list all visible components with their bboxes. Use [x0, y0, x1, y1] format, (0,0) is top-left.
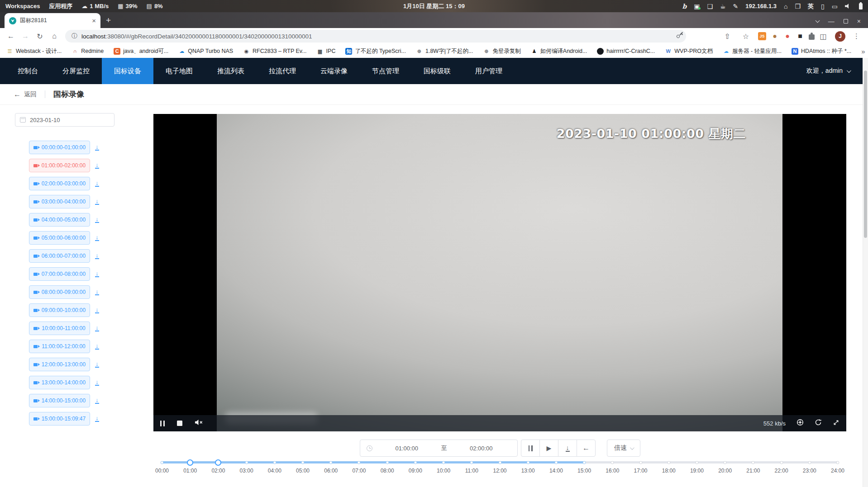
cpu-usage-indicator[interactable]: ▦ 39%	[118, 3, 137, 9]
phone-link-icon[interactable]: ▯	[821, 3, 825, 10]
segment-button[interactable]: 04:00:00-05:00:00	[29, 213, 90, 227]
window-chevron-icon[interactable]	[815, 18, 820, 23]
extension-dark-icon[interactable]: ■	[796, 32, 804, 40]
bookmark-webstack[interactable]: ☰ Webstack - 设计...	[6, 47, 62, 55]
bookmark-ipc-folder[interactable]: ▆ IPC	[317, 48, 336, 55]
segment-button[interactable]: 03:00:00-04:00:00	[29, 195, 90, 208]
clock-label[interactable]: 1月10日 星期二 15：09	[403, 2, 465, 10]
segment-button[interactable]: 08:00:00-09:00:00	[29, 285, 90, 299]
video-surface[interactable]	[217, 114, 782, 431]
timeline-handle[interactable]	[215, 459, 221, 466]
clipboard-icon[interactable]: ❑	[707, 3, 713, 10]
new-tab-button[interactable]: +	[106, 15, 111, 25]
bookmark-copy-free[interactable]: ⊕ 免登录复制	[483, 47, 521, 55]
download-icon[interactable]: ↓	[95, 307, 99, 313]
refresh-icon[interactable]	[815, 419, 822, 428]
download-icon[interactable]: ↓	[95, 289, 99, 295]
bookmark-redmine[interactable]: ∩ Redmine	[72, 48, 104, 55]
start-time-field[interactable]: 01:00:00	[372, 445, 441, 452]
site-info-icon[interactable]: ⓘ	[72, 32, 77, 40]
download-icon[interactable]: ↓	[95, 397, 99, 404]
extension-js-icon[interactable]: JS	[758, 32, 766, 40]
nav-item[interactable]: 分屏监控	[50, 58, 102, 84]
nav-item[interactable]: 云端录像	[308, 58, 360, 84]
nav-item[interactable]: 电子地图	[153, 58, 205, 84]
snapshot-icon[interactable]	[796, 419, 804, 428]
bookmark-hdatmos[interactable]: N HDAtmos :: 种子 *...	[792, 47, 851, 55]
segment-button[interactable]: 10:00:00-11:00:00	[29, 322, 90, 335]
back-icon[interactable]: ←	[5, 32, 17, 40]
battery-icon[interactable]	[859, 3, 863, 9]
download-button[interactable]: ↓	[558, 440, 577, 457]
segment-button[interactable]: 14:00:00-15:00:00	[29, 394, 90, 407]
address-bar[interactable]: ⓘ localhost:38080/#/gbRecordDetail/34020…	[65, 30, 686, 43]
bookmark-typescript-article[interactable]: ⊕ 1.8W字|了不起的...	[416, 47, 473, 55]
user-menu[interactable]: 欢迎，admin	[806, 58, 868, 84]
download-icon[interactable]: ↓	[95, 235, 99, 241]
bookmark-android-build[interactable]: ♟ 如何编译Android...	[531, 47, 587, 55]
extension-cookie-icon[interactable]: ●	[771, 32, 779, 40]
timeline-handle[interactable]	[187, 459, 193, 466]
bookmarks-overflow-icon[interactable]: »	[861, 47, 868, 55]
network-rate-indicator[interactable]: ☁ 1 MB/s	[81, 3, 109, 9]
display-icon[interactable]: ▭	[832, 3, 838, 10]
bookmark-github-crash[interactable]: hairrrrr/C-CrashC...	[597, 48, 655, 55]
download-icon[interactable]: ↓	[95, 379, 99, 386]
stop-icon[interactable]	[177, 421, 182, 426]
forward-icon[interactable]: →	[19, 32, 32, 40]
download-icon[interactable]: ↓	[95, 217, 99, 223]
home-icon[interactable]: ⌂	[784, 3, 787, 10]
segment-button[interactable]: 15:00:00-15:09:47	[29, 412, 90, 426]
segment-button[interactable]: 11:00:00-12:00:00	[29, 340, 90, 353]
input-method-indicator[interactable]: 英	[808, 2, 814, 10]
window-minimize-icon[interactable]: —	[828, 18, 835, 24]
bookmark-zhihu[interactable]: 知 了不起的 TypeScri...	[345, 47, 406, 55]
share-icon[interactable]: ⇧	[721, 32, 734, 41]
nav-item[interactable]: 推流列表	[205, 58, 257, 84]
bookmark-rfc2833[interactable]: ◉ RFC2833 – RTP Ev...	[243, 48, 307, 55]
page-scrollbar[interactable]	[863, 58, 868, 487]
profile-avatar[interactable]: J	[835, 31, 845, 42]
segment-button[interactable]: 05:00:00-06:00:00	[29, 231, 90, 245]
window-restore-icon[interactable]	[844, 19, 848, 24]
nav-item[interactable]: 节点管理	[360, 58, 411, 84]
download-icon[interactable]: ↓	[95, 416, 99, 422]
password-key-icon[interactable]	[676, 34, 681, 38]
fullscreen-icon[interactable]	[833, 419, 839, 428]
download-icon[interactable]: ↓	[95, 361, 99, 368]
pause-icon[interactable]	[160, 421, 165, 426]
screenshot-tool-icon[interactable]: ▣	[694, 3, 700, 10]
playback-speed-button[interactable]: 倍速	[607, 440, 640, 457]
segment-button[interactable]: 01:00:00-02:00:00	[29, 159, 90, 172]
workspaces-button[interactable]: Workspaces	[5, 3, 40, 9]
download-icon[interactable]: ↓	[95, 343, 99, 350]
scrollbar-thumb[interactable]	[864, 71, 867, 238]
segment-button[interactable]: 07:00:00-08:00:00	[29, 267, 90, 281]
browser-menu-icon[interactable]: ⋮	[851, 32, 862, 40]
bing-icon[interactable]: b	[682, 3, 687, 10]
windows-stack-icon[interactable]: ❒	[795, 3, 801, 10]
bookmark-java-android[interactable]: C java、android可...	[114, 47, 168, 55]
nav-item[interactable]: 用户管理	[463, 58, 515, 84]
memory-usage-indicator[interactable]: ▤ 8%	[147, 3, 163, 9]
segment-button[interactable]: 06:00:00-07:00:00	[29, 249, 90, 263]
coffee-icon[interactable]: ☕	[720, 3, 726, 10]
nav-item[interactable]: 拉流代理	[257, 58, 308, 84]
browser-tab[interactable]: 国标28181 ×	[5, 13, 100, 28]
download-icon[interactable]: ↓	[95, 199, 99, 205]
seek-back-button[interactable]: ←	[577, 440, 596, 457]
back-button[interactable]: ← 返回	[14, 90, 37, 99]
extension-puzzle-icon[interactable]	[809, 34, 815, 40]
date-picker-input[interactable]: 2023-01-10	[15, 113, 114, 127]
segment-button[interactable]: 09:00:00-10:00:00	[29, 303, 90, 317]
color-picker-icon[interactable]: ✎	[733, 3, 739, 10]
download-icon[interactable]: ↓	[95, 325, 99, 331]
end-time-field[interactable]: 02:00:00	[447, 445, 516, 452]
bookmark-qnap[interactable]: ☁ QNAP Turbo NAS	[178, 48, 233, 55]
tab-close-icon[interactable]: ×	[92, 17, 96, 24]
segment-button[interactable]: 02:00:00-03:00:00	[29, 177, 90, 190]
play-button[interactable]: ▶	[539, 440, 558, 457]
bookmark-star-icon[interactable]: ☆	[739, 32, 752, 41]
mute-icon[interactable]	[195, 419, 203, 427]
nav-item[interactable]: 国标级联	[411, 58, 463, 84]
